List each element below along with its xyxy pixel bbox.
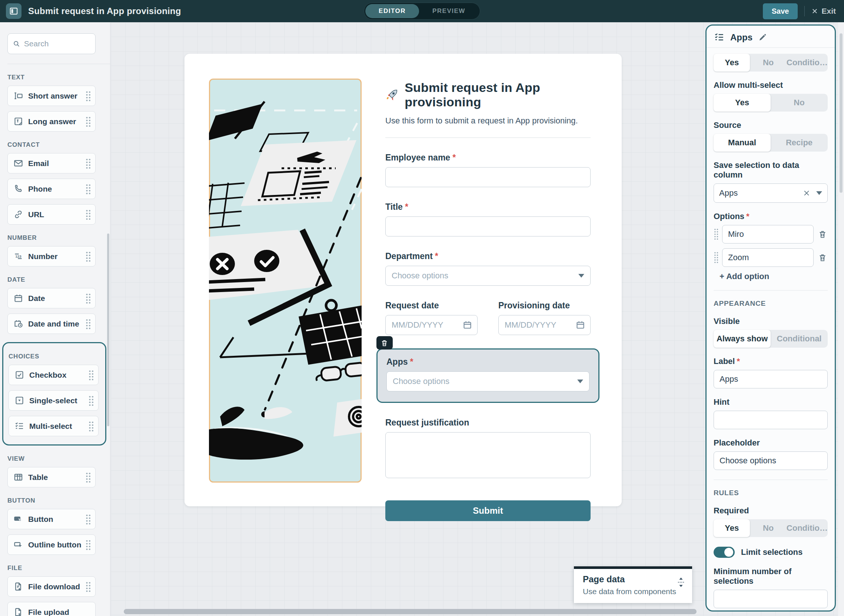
drag-handle-icon[interactable] [85, 514, 91, 525]
segment-option-yes[interactable]: Yes [714, 519, 750, 537]
option-input[interactable] [722, 225, 814, 243]
drag-handle-icon[interactable] [85, 539, 91, 550]
palette-item-single-select[interactable]: Single-select [9, 390, 98, 411]
palette-item-date[interactable]: Date [7, 288, 95, 308]
segment-option-conditional[interactable]: Conditional [771, 330, 828, 348]
edit-pencil-icon[interactable] [758, 33, 767, 42]
segment-option-recipe[interactable]: Recipe [771, 134, 828, 152]
drag-handle-icon[interactable] [85, 183, 91, 195]
trash-icon [381, 339, 388, 347]
segment-option-no[interactable]: No [750, 54, 786, 72]
palette-item-long-answer[interactable]: Long answer [7, 111, 95, 132]
submit-button[interactable]: Submit [385, 500, 591, 521]
calendar-icon[interactable] [575, 320, 585, 330]
drag-handle-icon[interactable] [88, 421, 94, 432]
tab-editor[interactable]: EDITOR [365, 4, 419, 18]
palette-item-button[interactable]: Button [7, 509, 95, 529]
drag-handle-icon[interactable] [85, 251, 91, 262]
trash-icon[interactable] [817, 230, 828, 239]
options-label: Options [714, 212, 828, 221]
right-scroll-track[interactable] [838, 22, 844, 616]
palette-item-phone[interactable]: Phone [7, 179, 95, 199]
data-column-select[interactable]: Apps [714, 183, 828, 203]
form-preview-card: Submit request in App provisioning Use t… [185, 54, 622, 506]
palette-item-date-and-time[interactable]: Date and time [7, 314, 95, 334]
segment-option-conditional[interactable]: Conditio… [787, 519, 828, 537]
drag-handle-icon[interactable] [88, 370, 94, 381]
palette-item-file-download[interactable]: File download [7, 576, 95, 597]
drag-handle-icon[interactable] [88, 395, 94, 406]
drag-handle-icon[interactable] [85, 581, 91, 592]
segment-option-no[interactable]: No [750, 519, 786, 537]
department-select[interactable]: Choose options [385, 266, 591, 286]
drag-handle-icon[interactable] [714, 228, 718, 241]
rules-section-header: RULES [714, 489, 828, 497]
palette-item-checkbox[interactable]: Checkbox [9, 365, 98, 385]
mode-toggle: EDITOR PREVIEW [364, 3, 480, 20]
employee-name-input[interactable] [385, 167, 591, 187]
delete-component-button[interactable] [377, 336, 393, 349]
palette-item-table[interactable]: Table [7, 467, 95, 487]
drag-handle-icon[interactable] [85, 472, 91, 483]
selected-component-apps[interactable]: Apps Choose options [377, 348, 599, 403]
right-scroll-thumb[interactable] [840, 33, 843, 193]
segment-option-yes[interactable]: Yes [714, 54, 750, 72]
trash-icon[interactable] [817, 253, 828, 262]
min-selections-input[interactable] [714, 590, 828, 608]
tab-preview[interactable]: PREVIEW [419, 4, 479, 18]
field-department: Department Choose options [385, 251, 591, 286]
palette-item-multi-select[interactable]: Multi-select [9, 416, 98, 436]
palette-item-file-upload[interactable]: File upload [7, 602, 95, 616]
segment-option-no[interactable]: No [771, 94, 828, 111]
required-label: Required [714, 506, 828, 516]
calendar-icon[interactable] [462, 320, 472, 330]
page-title: Submit request in App provisioning [28, 6, 181, 16]
sidebar-divider [7, 64, 110, 64]
drag-handle-icon[interactable] [85, 209, 91, 220]
segment-option-yes[interactable]: Yes [714, 94, 771, 111]
palette-item-email[interactable]: Email [7, 153, 95, 173]
palette-item-number[interactable]: 123 Number [7, 246, 95, 267]
expand-handle-icon[interactable] [677, 577, 686, 587]
label-input[interactable] [714, 370, 828, 389]
long-answer-icon [13, 116, 23, 126]
segment-option-conditional[interactable]: Conditio… [787, 54, 828, 72]
save-button[interactable]: Save [763, 3, 798, 19]
horizontal-scrollbar[interactable] [124, 609, 696, 614]
search-box[interactable] [7, 33, 95, 54]
title-input[interactable] [385, 216, 591, 236]
button-icon [13, 514, 23, 524]
limit-selections-toggle[interactable] [714, 547, 735, 558]
segment-option-always-show[interactable]: Always show [714, 330, 771, 348]
palette-item-short-answer[interactable]: Short answer [7, 86, 95, 106]
page-data-panel[interactable]: Page data Use data from components [574, 566, 692, 603]
palette-item-outline-button[interactable]: Outline button [7, 534, 95, 555]
placeholder-input[interactable] [714, 452, 828, 470]
email-icon [13, 158, 23, 168]
component-inspector: Apps Yes No Conditio… Allow multi-select… [705, 25, 836, 612]
drag-handle-icon[interactable] [85, 116, 91, 127]
segment-option-manual[interactable]: Manual [714, 134, 771, 152]
drag-handle-icon[interactable] [85, 293, 91, 304]
drag-handle-icon[interactable] [85, 158, 91, 169]
clear-icon[interactable] [803, 189, 810, 197]
required-segment: Yes No Conditio… [714, 519, 828, 537]
calendar-icon [13, 293, 23, 303]
apps-select[interactable]: Choose options [387, 371, 589, 392]
required-asterisk [435, 251, 438, 261]
chevron-down-icon [816, 191, 822, 195]
drag-handle-icon[interactable] [714, 251, 718, 264]
drag-handle-icon[interactable] [85, 318, 91, 330]
request-justification-textarea[interactable] [385, 432, 591, 478]
inspector-title: Apps [730, 32, 753, 43]
option-input[interactable] [722, 248, 814, 267]
drag-handle-icon[interactable] [85, 91, 91, 101]
exit-button[interactable]: Exit [812, 7, 836, 16]
add-option-button[interactable]: + Add option [719, 272, 828, 281]
hint-input[interactable] [714, 411, 828, 429]
required-asterisk [405, 202, 408, 212]
sidebar-scrollbar[interactable] [107, 233, 109, 426]
search-input[interactable] [24, 39, 90, 48]
data-column-label: Save selection to data column [714, 160, 828, 180]
palette-item-url[interactable]: URL [7, 204, 95, 224]
